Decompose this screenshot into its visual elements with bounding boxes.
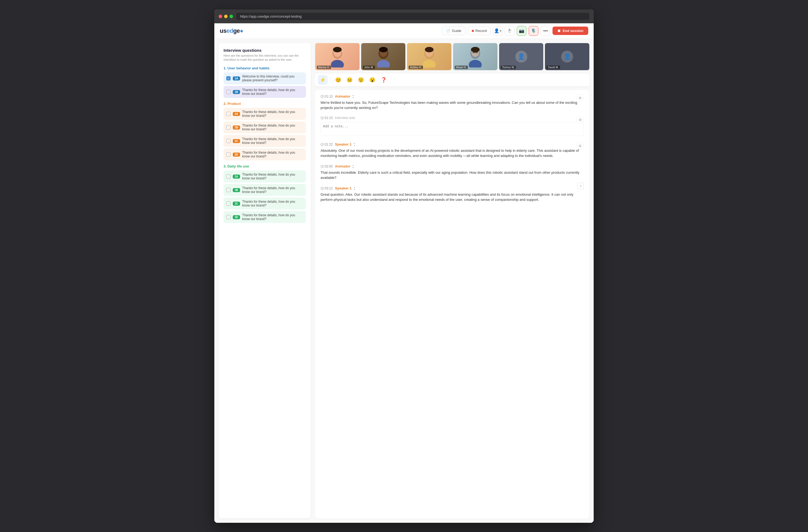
record-label: Record xyxy=(476,29,487,33)
section-heading-3: 3. Daily life use xyxy=(223,164,306,168)
svg-point-13 xyxy=(469,60,482,68)
question-checkbox-2c[interactable] xyxy=(226,139,231,143)
question-badge-1b: 1B xyxy=(233,90,240,94)
app-body: Interview questions Here are the questio… xyxy=(214,39,594,523)
question-item-3c: 3C Thanks for these details, how do you … xyxy=(223,198,306,209)
video-thumb-ashley[interactable]: Ashley H. xyxy=(407,43,452,70)
maximize-button[interactable] xyxy=(229,15,233,18)
question-text-3d: Thanks for these details, how do you kno… xyxy=(242,213,303,221)
video-thumb-john[interactable]: John M. xyxy=(361,43,406,70)
ts-text-3: Absolutely. One of our most exciting pro… xyxy=(320,148,579,158)
transcript-panel: 01:13 Animator: We're thrilled to have y… xyxy=(315,90,589,518)
logo: usedge● xyxy=(220,27,243,34)
video-strip: Marina H. John M. xyxy=(315,43,589,70)
guide-button[interactable]: 📄 Guide xyxy=(442,26,465,35)
end-session-icon: ⏹ xyxy=(557,29,561,33)
ts-time-2: 01:13 xyxy=(320,116,333,120)
question-checkbox-3a[interactable] xyxy=(226,174,231,179)
question-checkbox-2d[interactable] xyxy=(226,152,231,157)
ts-text-4: That sounds incredible. Elderly care is … xyxy=(320,170,579,180)
ts-text-5: Great question, Alex. Our robotic assist… xyxy=(320,192,573,202)
camera-icon: 📷 xyxy=(519,28,524,33)
question-text-1a: Welcome to this interview, could you ple… xyxy=(242,75,303,82)
ts-header-3: 01:22 Speaker 1: xyxy=(320,142,584,147)
question-checkbox-1b[interactable] xyxy=(226,90,231,94)
reaction-lightning-button[interactable]: ⚡ xyxy=(318,75,328,85)
reaction-happy-button[interactable]: 😊 xyxy=(333,75,343,85)
svg-point-5 xyxy=(377,60,390,68)
mic-icon: 🎙️ xyxy=(531,28,536,33)
transcript-entry-2: 01:13 Interview note ⚙ xyxy=(320,116,584,136)
ts-add-btn-5[interactable]: + xyxy=(577,183,584,189)
video-thumb-david[interactable]: 👤 David M. xyxy=(545,43,589,70)
question-checkbox-3d[interactable] xyxy=(226,215,231,219)
logo-highlight: ed xyxy=(226,27,233,34)
reaction-surprised-button[interactable]: 😮 xyxy=(367,75,377,85)
panel-title: Interview questions xyxy=(223,48,306,53)
question-item-2c: 2C Thanks for these details, how do you … xyxy=(223,135,306,147)
question-checkbox-1a[interactable]: ✓ xyxy=(226,76,231,80)
video-thumb-tommy[interactable]: 👤 Tommy W. xyxy=(499,43,544,70)
question-item-3b: 3B Thanks for these details, how do you … xyxy=(223,184,306,196)
question-badge-3a: 3A xyxy=(233,175,240,179)
question-text-2d: Thanks for these details, how do you kno… xyxy=(242,151,303,158)
ts-header-2: 01:13 Interview note xyxy=(320,116,584,120)
mic-button[interactable]: 🎙️ xyxy=(529,26,538,36)
guide-icon: 📄 xyxy=(446,29,450,33)
end-session-button[interactable]: ⏹ End session xyxy=(552,26,588,35)
reaction-divider xyxy=(330,77,331,83)
question-badge-3c: 3C xyxy=(233,202,240,206)
question-item-3d: 3D Thanks for these details, how do you … xyxy=(223,211,306,223)
close-button[interactable] xyxy=(219,15,222,18)
transcript-entry-3: 01:22 Speaker 1: Absolutely. One of our … xyxy=(320,142,584,159)
avatar-david: 👤 xyxy=(561,51,573,62)
ts-note-label: Interview note xyxy=(335,116,355,120)
reaction-question-button[interactable]: ❓ xyxy=(379,75,389,85)
camera-button[interactable]: 📷 xyxy=(517,26,527,36)
question-checkbox-2b[interactable] xyxy=(226,125,231,130)
question-checkbox-3c[interactable] xyxy=(226,201,231,206)
svg-point-3 xyxy=(333,47,342,52)
participant-name-john: John M. xyxy=(363,66,375,69)
more-options-button[interactable]: ••• xyxy=(540,26,550,36)
video-thumb-wuan[interactable]: Wuan H. xyxy=(453,43,497,70)
ts-header-5: 03:12 Speaker 1: xyxy=(320,186,584,191)
question-text-2a: Thanks for these details, how do you kno… xyxy=(242,110,303,117)
record-button[interactable]: Record xyxy=(468,26,491,35)
svg-point-7 xyxy=(379,47,388,52)
guide-label: Guide xyxy=(452,29,461,33)
question-item: ✓ 1A Welcome to this interview, could yo… xyxy=(223,72,306,84)
participant-name-david: David M. xyxy=(547,66,560,69)
minimize-button[interactable] xyxy=(224,15,227,18)
reaction-sad-button[interactable]: 😟 xyxy=(356,75,366,85)
address-bar[interactable]: https://app.usedge.com/concept-testing xyxy=(236,13,589,20)
app-header: usedge● 📄 Guide Record 👤+ 🖱️ xyxy=(214,23,594,39)
question-checkbox-2a[interactable] xyxy=(226,112,231,116)
ts-note-input[interactable] xyxy=(320,122,584,135)
video-thumb-marina[interactable]: Marina H. xyxy=(315,43,360,70)
reaction-neutral-button[interactable]: 😐 xyxy=(345,75,354,85)
add-participant-button[interactable]: 👤+ xyxy=(493,26,503,36)
question-checkbox-3b[interactable] xyxy=(226,188,231,192)
ts-text-1: We're thrilled to have you. So, FutureSc… xyxy=(320,100,577,110)
svg-point-1 xyxy=(331,60,344,68)
question-text-1b: Thanks for these details, how do you kno… xyxy=(242,88,303,96)
question-item-2d: 2D Thanks for these details, how do you … xyxy=(223,148,306,161)
ts-time-1: 01:13 xyxy=(320,95,333,98)
question-badge-2d: 2D xyxy=(233,152,240,157)
svg-point-11 xyxy=(425,47,434,52)
ts-header-4: 02:00 Animator: xyxy=(320,164,584,169)
question-badge-2b: 2B xyxy=(233,126,240,130)
logo-dot: ● xyxy=(240,27,243,34)
ts-action-btn-1[interactable]: ⊕ xyxy=(576,94,584,102)
ts-speaker-5: Speaker 1 xyxy=(335,186,351,190)
question-text-3a: Thanks for these details, how do you kno… xyxy=(242,172,303,180)
ts-note-action-btn[interactable]: ⚙ xyxy=(576,116,584,124)
ts-speaker-4: Animator xyxy=(335,164,350,168)
ts-header-1: 01:13 Animator: xyxy=(320,94,584,99)
avatar-tommy: 👤 xyxy=(515,51,527,62)
section-heading-1: 1. User behavior and habits xyxy=(223,66,306,70)
cursor-button[interactable]: 🖱️ xyxy=(505,26,515,36)
participant-name-ashley: Ashley H. xyxy=(409,66,423,69)
ts-action-btn-3[interactable]: ⊕ xyxy=(576,142,584,150)
